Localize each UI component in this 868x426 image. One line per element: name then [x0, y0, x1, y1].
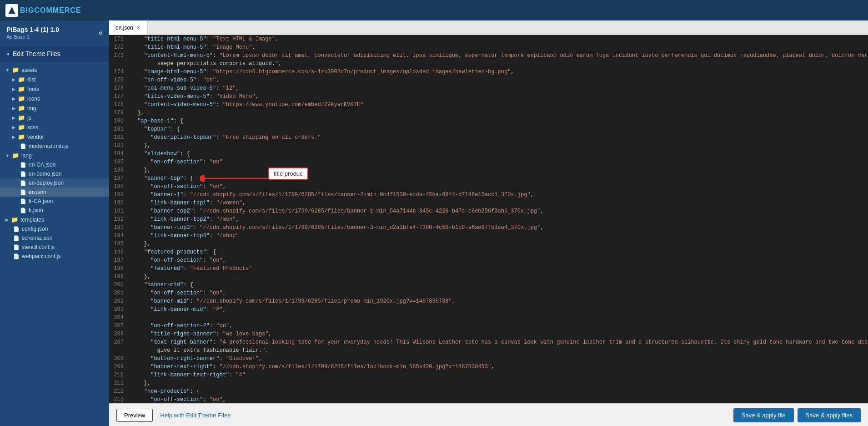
store-sub: Ap Base 1 — [6, 34, 59, 40]
line-content: }, — [127, 240, 868, 248]
line-content: "content-video-menu-5": "https://www.you… — [127, 101, 868, 109]
tree-item-en-ca[interactable]: 📄 en-CA.json — [0, 160, 109, 169]
code-line: 194 "link-banner-top3": "/shop" — [109, 232, 868, 240]
line-content: }, — [127, 166, 868, 174]
line-number: 213 — [109, 396, 127, 403]
tree-item-stencil[interactable]: 📄 stencil.conf.js — [0, 243, 109, 252]
tree-item-config[interactable]: 📄 config.json — [0, 224, 109, 233]
code-line: 187 "banner-top": { — [109, 174, 868, 183]
line-content: "banner-mid": { — [127, 281, 868, 289]
tree-item-js[interactable]: ▶ 📁 js — [0, 113, 109, 122]
save-file-button[interactable]: Save & apply file — [733, 408, 794, 422]
line-content: "on-off-section": "on", — [127, 289, 868, 297]
tree-item-fr[interactable]: 📄 fr.json — [0, 206, 109, 215]
tree-label-webpack: webpack.conf.js — [22, 253, 60, 259]
save-files-button[interactable]: Save & apply files — [798, 408, 861, 422]
code-line: 200 "banner-mid": { — [109, 281, 868, 289]
tree-item-vendor[interactable]: ▶ 📁 vendor — [0, 132, 109, 142]
line-content: "topbar": { — [127, 125, 868, 133]
line-number: 209 — [109, 363, 127, 371]
line-number: 197 — [109, 256, 127, 264]
code-line: 175 "on-off-video-5": "on", — [109, 76, 868, 84]
line-content: "banner-top3": "//cdn.shopify.com/s/file… — [127, 223, 868, 232]
tree-label-icons: icons — [27, 96, 40, 102]
svg-marker-0 — [9, 7, 15, 14]
line-content: "on-off-section": "on", — [127, 256, 868, 264]
folder-icon: 📁 — [18, 105, 25, 112]
tree-label-stencil: stencil.conf.js — [22, 244, 55, 250]
chevron-right-icon: ▶ — [12, 77, 15, 82]
line-content: "title-right-banner": "we love bags", — [127, 330, 868, 338]
folder-icon: 📁 — [18, 86, 25, 92]
line-number: 194 — [109, 232, 127, 240]
code-line: 182 "description-topbar": "Free shipping… — [109, 133, 868, 142]
editor-tab-en-json[interactable]: en.json ✕ — [109, 20, 148, 35]
tree-item-fonts[interactable]: ▶ 📁 fonts — [0, 84, 109, 94]
line-number: 181 — [109, 125, 127, 133]
tree-label-scss: scss — [27, 124, 38, 131]
tab-close-icon[interactable]: ✕ — [136, 24, 141, 31]
logo[interactable]: BIGCOMMERCE — [5, 4, 81, 17]
line-number: 191 — [109, 207, 127, 215]
tree-item-en-json[interactable]: 📄 en.json — [0, 188, 109, 197]
tree-item-dist[interactable]: ▶ 📁 dist — [0, 75, 109, 84]
line-content: "title-video-menu-5": "Video Menu", — [127, 92, 868, 101]
chevron-right-icon: ▶ — [12, 96, 15, 101]
line-number: 176 — [109, 84, 127, 92]
tree-item-modernizr[interactable]: 📄 modernizr.min.js — [0, 142, 109, 151]
chevron-right-icon: ▶ — [12, 125, 15, 130]
line-number: 180 — [109, 117, 127, 125]
line-number: 211 — [109, 379, 127, 387]
chevron-down-icon: ▼ — [5, 153, 10, 158]
tree-label-fonts: fonts — [27, 86, 39, 92]
code-line: 196 "featured-products": { — [109, 248, 868, 256]
tab-bar: en.json ✕ — [109, 20, 868, 35]
line-content: "image-html-menu-5": "https://cdn6.bigco… — [127, 68, 868, 76]
tree-item-en-deploy[interactable]: 📄 en-deploy.json — [0, 178, 109, 188]
file-icon: 📄 — [13, 226, 20, 232]
line-number: 203 — [109, 305, 127, 314]
code-line: 190 "link-banner-top1": "/women", — [109, 199, 868, 207]
file-icon: 📄 — [20, 198, 26, 204]
code-line: 174 "image-html-menu-5": "https://cdn6.b… — [109, 68, 868, 76]
tab-label: en.json — [115, 25, 133, 31]
folder-icon: 📁 — [12, 66, 19, 73]
preview-button[interactable]: Preview — [116, 409, 153, 422]
code-content: 171 "title-html-menu-5": "Text HTML & Im… — [109, 35, 868, 403]
line-content: "banner-1": "//cdn.shopify.com/s/files/1… — [127, 191, 868, 199]
line-content: }, — [127, 109, 868, 117]
tree-item-img[interactable]: ▶ 📁 img — [0, 103, 109, 113]
tree-item-templates[interactable]: ▶ 📁 templates — [0, 215, 109, 224]
tree-item-fr-ca[interactable]: 📄 fr-CA.json — [0, 197, 109, 206]
tree-item-assets[interactable]: ▼ 📁 assets — [0, 65, 109, 75]
bottom-bar: Preview Help with Edit Theme Files Save … — [109, 403, 868, 426]
line-number: 208 — [109, 355, 127, 363]
line-number: 199 — [109, 273, 127, 281]
line-number: 182 — [109, 133, 127, 142]
tree-item-schema[interactable]: 📄 schema.json — [0, 233, 109, 243]
code-line: 181 "topbar": { — [109, 125, 868, 133]
file-icon: 📄 — [20, 189, 26, 195]
tree-item-lang[interactable]: ▼ 📁 lang — [0, 151, 109, 160]
line-content: "text-right-banner": "A professional-loo… — [127, 338, 868, 346]
edit-theme-section[interactable]: ◂ Edit Theme Files — [0, 46, 109, 62]
file-icon: 📄 — [20, 180, 26, 186]
chevron-down-icon: ▼ — [5, 68, 10, 72]
line-content: }, — [127, 142, 868, 150]
tree-item-scss[interactable]: ▶ 📁 scss — [0, 122, 109, 132]
tree-item-en-demo[interactable]: 📄 en-demo.json — [0, 169, 109, 178]
folder-icon: 📁 — [11, 216, 18, 223]
collapse-button[interactable]: « — [99, 29, 103, 37]
line-content: }, — [127, 273, 868, 281]
folder-icon: 📁 — [18, 76, 25, 83]
line-content: "banner-top": { — [127, 174, 868, 183]
tree-item-webpack[interactable]: 📄 webpack.conf.js — [0, 252, 109, 261]
code-line: 173 "content-html-menu-5": "Lorem ipsum … — [109, 51, 868, 60]
line-number: 189 — [109, 191, 127, 199]
code-editor[interactable]: 171 "title-html-menu-5": "Text HTML & Im… — [109, 35, 868, 403]
folder-icon: 📁 — [18, 114, 25, 121]
tree-label-en-json: en.json — [29, 189, 46, 195]
tree-item-icons[interactable]: ▶ 📁 icons — [0, 94, 109, 103]
code-line: 185 "on-off-section": "on" — [109, 158, 868, 166]
help-link[interactable]: Help with Edit Theme Files — [160, 412, 230, 419]
